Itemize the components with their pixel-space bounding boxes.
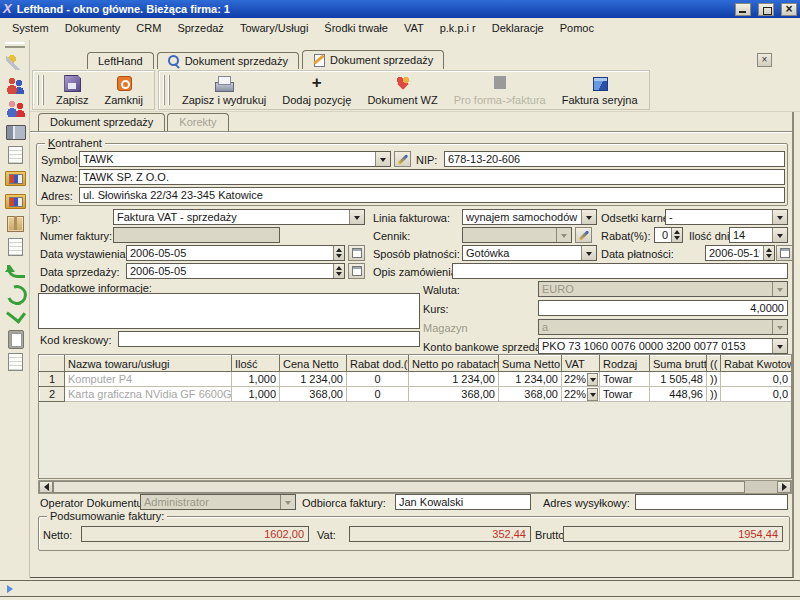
table-cell[interactable]: Towar — [600, 387, 650, 402]
report-icon[interactable] — [3, 351, 27, 372]
contacts-icon[interactable] — [3, 98, 27, 119]
kurs-field[interactable]: 4,0000 — [538, 300, 788, 316]
close-button[interactable] — [781, 3, 797, 16]
sposob-platnosci-select[interactable]: Gotówka — [462, 245, 597, 261]
data-sprzedazy-spinner[interactable]: 2006-05-05 — [126, 263, 345, 279]
table-cell[interactable]: 0 — [347, 372, 409, 387]
table-cell[interactable]: 368,00 — [280, 387, 347, 402]
wz-document-button[interactable]: Dokument WZ — [359, 72, 445, 108]
data-sprzedazy-calendar-button[interactable] — [348, 263, 365, 279]
chevron-down-icon[interactable] — [581, 246, 596, 260]
data-platnosci-calendar-button[interactable] — [776, 245, 793, 261]
symbol-select[interactable]: TAWK — [79, 151, 391, 167]
menu-item[interactable]: Deklaracje — [484, 20, 552, 36]
column-header[interactable]: Rodzaj — [600, 356, 650, 372]
typ-select[interactable]: Faktura VAT - sprzedaży — [113, 209, 365, 225]
tab-dokument-sprzedazy-edit[interactable]: Dokument sprzedaży — [302, 50, 444, 69]
row-number[interactable]: 1 — [40, 372, 65, 387]
column-header[interactable]: Suma brutto — [650, 356, 707, 372]
column-header[interactable]: Netto po rabatach — [409, 356, 499, 372]
table-row[interactable]: 1Komputer P41,0001 234,0001 234,001 234,… — [40, 372, 792, 387]
menu-item[interactable]: Sprzedaż — [169, 20, 231, 36]
spinner-arrows-icon[interactable] — [671, 228, 682, 242]
table-cell[interactable]: 1,000 — [232, 372, 280, 387]
column-header[interactable] — [40, 356, 65, 372]
table-row[interactable]: 2Karta graficzna NVidia GF 6600GT1,00036… — [40, 387, 792, 402]
table-cell[interactable]: 0 — [347, 387, 409, 402]
konto-bankowe-select[interactable]: PKO 73 1060 0076 0000 3200 0077 0153 — [538, 338, 788, 354]
table-cell[interactable]: 1 234,00 — [499, 372, 562, 387]
toolbar-handle[interactable] — [37, 75, 44, 105]
nip-field[interactable]: 678-13-20-606 — [444, 151, 785, 167]
chevron-down-icon[interactable] — [772, 228, 787, 242]
table-cell[interactable]: 1,000 — [232, 387, 280, 402]
spinner-arrows-icon[interactable] — [763, 246, 774, 260]
data-wystawienia-spinner[interactable]: 2006-05-05 — [126, 245, 345, 261]
spinner-arrows-icon[interactable] — [333, 264, 344, 278]
chevron-down-icon[interactable] — [349, 210, 364, 224]
menu-item[interactable]: Środki trwałe — [316, 20, 396, 36]
idcard-icon[interactable] — [3, 121, 27, 142]
panel-close-icon[interactable]: × — [757, 53, 772, 67]
column-header[interactable]: (( — [707, 356, 721, 372]
menu-item[interactable]: Dokumenty — [57, 20, 129, 36]
chevron-down-icon[interactable] — [772, 339, 787, 353]
scrollbar-thumb[interactable] — [53, 481, 745, 493]
column-header[interactable]: Cena Netto — [280, 356, 347, 372]
table-cell[interactable]: 1 234,00 — [280, 372, 347, 387]
scroll-left-icon[interactable] — [39, 481, 53, 493]
scroll-right-icon[interactable] — [777, 481, 791, 493]
table-cell[interactable]: Towar — [600, 372, 650, 387]
chevron-down-icon[interactable] — [375, 152, 390, 166]
purchase-folder-icon[interactable] — [3, 190, 27, 211]
dodatkowe-informacje-textarea[interactable] — [38, 293, 420, 329]
table-cell[interactable]: )) — [707, 372, 721, 387]
save-and-print-button[interactable]: Zapisz i wydrukuj — [174, 72, 274, 108]
column-header[interactable]: Rabat dod.(%) — [347, 356, 409, 372]
tab-lefthand[interactable]: LeftHand — [87, 52, 154, 69]
column-header[interactable]: VAT — [562, 356, 600, 372]
table-cell[interactable]: )) — [707, 387, 721, 402]
table-horizontal-scrollbar[interactable] — [38, 480, 792, 494]
row-number[interactable]: 2 — [40, 387, 65, 402]
linia-fakturowa-select[interactable]: wynajem samochodów — [462, 209, 597, 225]
table-cell[interactable]: 448,96 — [650, 387, 707, 402]
column-header[interactable]: Rabat Kwotowy — [721, 356, 792, 372]
note-icon[interactable] — [3, 236, 27, 257]
scrollbar-track[interactable] — [745, 481, 777, 493]
data-wystawienia-calendar-button[interactable] — [348, 245, 365, 261]
document-icon[interactable] — [3, 144, 27, 165]
chevron-down-icon[interactable] — [587, 388, 598, 401]
table-cell[interactable]: 1 234,00 — [409, 372, 499, 387]
vat-select-cell[interactable]: 22% — [562, 387, 600, 402]
expand-arrow-icon[interactable] — [7, 585, 17, 593]
vat-select-cell[interactable]: 22% — [562, 372, 600, 387]
data-platnosci-spinner[interactable]: 2006-05-19 — [705, 245, 775, 261]
toolbar-handle[interactable] — [163, 75, 170, 105]
column-header[interactable]: Nazwa towaru/usługi — [65, 356, 232, 372]
chevron-down-icon[interactable] — [587, 373, 598, 386]
rabat-spinner[interactable]: 0 — [654, 227, 683, 243]
undo-arrow-icon[interactable] — [3, 259, 27, 280]
menu-item[interactable]: System — [4, 20, 57, 36]
clipboard-icon[interactable] — [3, 328, 27, 349]
menu-item[interactable]: VAT — [396, 20, 432, 36]
table-cell[interactable]: 368,00 — [409, 387, 499, 402]
table-cell[interactable]: 368,00 — [499, 387, 562, 402]
kontrahent-wand-button[interactable] — [394, 151, 411, 167]
tab-dokument-sprzedazy-list[interactable]: Dokument sprzedaży — [157, 52, 299, 69]
toolbar-handle[interactable] — [5, 42, 25, 48]
add-item-button[interactable]: Dodaj pozycję — [274, 72, 359, 108]
nazwa-field[interactable]: TAWK SP. Z O.O. — [79, 169, 785, 185]
odsetki-select[interactable]: - — [665, 209, 788, 225]
ilosc-dni-select[interactable]: 14 — [729, 227, 788, 243]
adres-wysylkowy-field[interactable] — [635, 494, 788, 510]
adres-field[interactable]: ul. Słowińska 22/34 23-345 Katowice — [79, 187, 785, 203]
recycle-icon[interactable] — [3, 282, 27, 303]
menu-item[interactable]: CRM — [128, 20, 169, 36]
close-document-button[interactable]: Zamknij — [96, 72, 151, 108]
package-icon[interactable] — [3, 213, 27, 234]
item-name-cell[interactable]: Komputer P4 — [65, 372, 232, 387]
sales-folder-icon[interactable] — [3, 167, 27, 188]
menu-item[interactable]: p.k.p.i r — [432, 20, 484, 36]
